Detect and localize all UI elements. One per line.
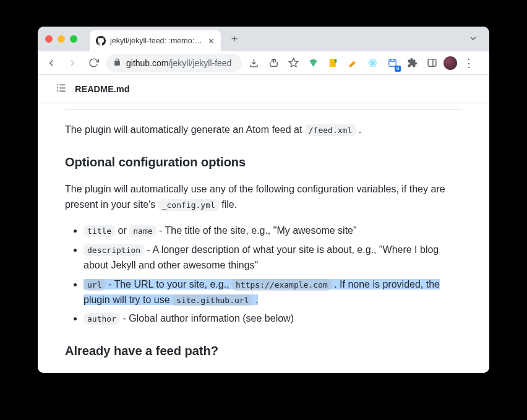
svg-rect-1 <box>335 59 336 62</box>
list-item: title or name - The title of the site, e… <box>84 223 462 239</box>
code-example-url: https://example.com <box>232 279 332 291</box>
new-tab-button[interactable]: + <box>226 30 243 48</box>
list-icon[interactable] <box>56 83 66 95</box>
titlebar: jekyll/jekyll-feed: :memo: A Jek ✕ + <box>38 27 489 51</box>
tab-title: jekyll/jekyll-feed: :memo: A Jek <box>110 36 204 45</box>
extension-react-icon[interactable] <box>364 55 380 71</box>
address-bar[interactable]: github.com/jekyll/jekyll-feed <box>106 54 242 72</box>
heading-already-feed: Already have a feed path? <box>65 341 462 361</box>
file-header: README.md <box>38 75 489 103</box>
browser-tab[interactable]: jekyll/jekyll-feed: :memo: A Jek ✕ <box>90 30 221 51</box>
profile-avatar[interactable] <box>443 56 457 70</box>
code-title: title <box>84 225 115 237</box>
sidepanel-icon[interactable] <box>424 55 440 71</box>
heading-optional-config: Optional configuration options <box>65 153 462 172</box>
feed-path-paragraph: Do you already have an existing feed som… <box>65 371 462 373</box>
page-content: README.md The plugin will automatically … <box>38 75 489 373</box>
code-name: name <box>129 225 156 237</box>
window-controls <box>45 35 77 43</box>
download-icon[interactable] <box>246 55 262 71</box>
code-configyml: _config.yml <box>158 199 219 211</box>
github-favicon <box>96 36 106 46</box>
code-site-github-url: site.github.url <box>173 294 252 306</box>
list-item: description - A longer description of wh… <box>84 242 462 273</box>
bookmark-star-icon[interactable] <box>285 55 301 71</box>
share-icon[interactable] <box>265 55 281 71</box>
readme-body: The plugin will automatically generate a… <box>38 103 489 373</box>
svg-rect-6 <box>388 59 395 66</box>
svg-rect-7 <box>428 59 436 66</box>
extension-save-icon[interactable] <box>384 55 400 71</box>
browser-toolbar: github.com/jekyll/jekyll-feed <box>38 51 489 75</box>
close-tab-button[interactable]: ✕ <box>208 36 215 46</box>
code-url: url <box>84 279 105 291</box>
code-feedxml: /feed.xml <box>305 124 356 136</box>
code-feedxml2: /feed.xml <box>328 372 379 373</box>
extension-vue-icon[interactable] <box>305 55 321 71</box>
code-author: author <box>84 313 120 325</box>
back-button[interactable] <box>43 54 60 72</box>
code-description: description <box>84 244 144 256</box>
maximize-window-button[interactable] <box>70 35 77 43</box>
file-name: README.md <box>75 84 130 94</box>
svg-point-2 <box>372 62 374 64</box>
url-text: github.com/jekyll/jekyll-feed <box>126 58 231 68</box>
lock-icon <box>113 58 121 68</box>
extensions-puzzle-icon[interactable] <box>404 55 420 71</box>
intro-paragraph: The plugin will automatically generate a… <box>65 122 462 138</box>
browser-window: jekyll/jekyll-feed: :memo: A Jek ✕ + git… <box>38 27 489 373</box>
forward-button[interactable] <box>64 54 81 72</box>
list-item: author - Global author information (see … <box>84 311 462 327</box>
minimize-window-button[interactable] <box>58 35 65 43</box>
list-item: url - The URL to your site, e.g., https:… <box>84 277 462 308</box>
extension-marker-icon[interactable] <box>345 55 361 71</box>
reload-button[interactable] <box>85 54 102 72</box>
tabs-dropdown-button[interactable] <box>465 31 482 47</box>
config-paragraph: The plugin will automatically use any of… <box>65 182 462 213</box>
close-window-button[interactable] <box>45 35 53 43</box>
browser-menu-button[interactable]: ⋮ <box>461 56 477 70</box>
config-list: title or name - The title of the site, e… <box>65 223 462 327</box>
divider <box>65 109 462 110</box>
extension-note-icon[interactable] <box>325 55 341 71</box>
svg-rect-0 <box>329 59 335 67</box>
